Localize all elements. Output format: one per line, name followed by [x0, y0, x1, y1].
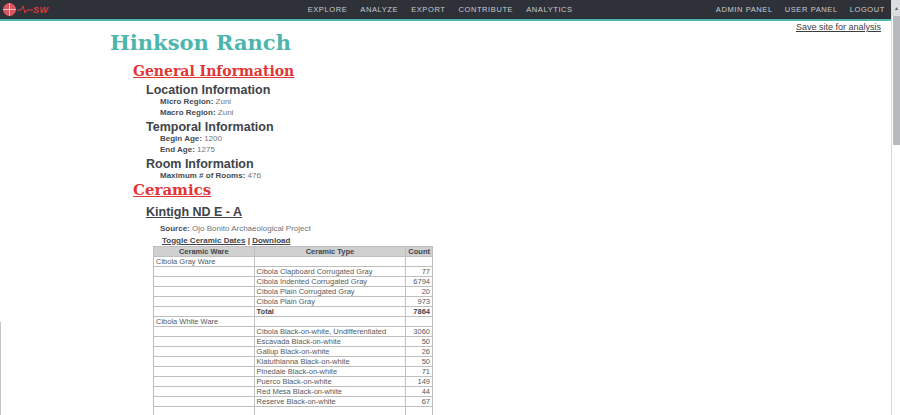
cell-ware	[154, 367, 255, 377]
table-header-row: Ceramic Ware Ceramic Type Count	[154, 247, 433, 257]
cell-ware: Cibola White Ware	[154, 317, 255, 327]
pottery-sherd-icon	[3, 3, 16, 16]
cell-count: 6794	[406, 277, 433, 287]
page: SW EXPLORE ANALYZE EXPORT CONTRIBUTE ANA…	[0, 0, 900, 415]
user-menu: ADMIN PANEL USER PANEL LOGOUT	[716, 5, 885, 14]
cell-count: 50	[406, 357, 433, 367]
cell-ware	[154, 307, 255, 317]
cell-type: Pinedale Black-on-white	[254, 367, 406, 377]
nav-item-logout[interactable]: LOGOUT	[850, 5, 885, 14]
table-row: Gallup Black-on-white26	[154, 347, 433, 357]
header-ceramic-type: Ceramic Type	[254, 247, 406, 257]
source-line: Source: Ojo Bonito Archaeological Projec…	[160, 224, 311, 233]
field-max-rooms: Maximum # of Rooms: 476	[160, 171, 261, 182]
cell-type: Kiatuthlanna Black-on-white	[254, 357, 406, 367]
cell-ware	[154, 407, 255, 415]
cell-count: 149	[406, 377, 433, 387]
cell-type	[254, 317, 406, 327]
cell-ware	[154, 357, 255, 367]
cell-count	[406, 407, 433, 415]
header-count: Count	[406, 247, 433, 257]
cell-count: 50	[406, 337, 433, 347]
logo-sw-text: SW	[33, 5, 49, 15]
cell-type: Red Mesa Black-on-white	[254, 387, 406, 397]
room-fields: Maximum # of Rooms: 476	[160, 171, 261, 182]
cell-ware	[154, 267, 255, 277]
cell-count: 44	[406, 387, 433, 397]
download-link[interactable]: Download	[252, 236, 290, 245]
cell-type	[254, 407, 406, 415]
cell-count: 20	[406, 287, 433, 297]
cell-type: Cibola Indented Corrugated Gray	[254, 277, 406, 287]
left-edge-artifact	[0, 322, 1, 415]
table-row: Kiatuthlanna Black-on-white50	[154, 357, 433, 367]
table-row: Cibola Clapboard Corrugated Gray77	[154, 267, 433, 277]
cell-count: 71	[406, 367, 433, 377]
cell-type: Puerco Black-on-white	[254, 377, 406, 387]
dataset-heading[interactable]: Kintigh ND E - A	[146, 205, 242, 219]
cell-type	[254, 257, 406, 267]
table-row: Escavada Black-on-white50	[154, 337, 433, 347]
ceramic-counts-table: Ceramic Ware Ceramic Type Count Cibola G…	[153, 246, 433, 415]
table-row: Reserve Black-on-white67	[154, 397, 433, 407]
cell-type: Gallup Black-on-white	[254, 347, 406, 357]
cybersw-logo[interactable]: SW	[3, 0, 49, 19]
table-row: Red Mesa Black-on-white44	[154, 387, 433, 397]
nav-item-user-panel[interactable]: USER PANEL	[785, 5, 838, 14]
cell-ware	[154, 397, 255, 407]
cell-count: 67	[406, 397, 433, 407]
vertical-scrollbar[interactable]: ▲	[891, 0, 900, 415]
cell-count: 973	[406, 297, 433, 307]
nav-item-analyze[interactable]: ANALYZE	[360, 5, 398, 14]
cell-count	[406, 257, 433, 267]
field-end-age: End Age: 1275	[160, 145, 222, 156]
cell-ware: Cibola Gray Ware	[154, 257, 255, 267]
cell-ware	[154, 387, 255, 397]
ceramic-table-body: Cibola Gray WareCibola Clapboard Corruga…	[154, 257, 433, 415]
table-row: Cibola Plain Gray973	[154, 297, 433, 307]
separator: |	[248, 236, 250, 245]
nav-item-explore[interactable]: EXPLORE	[308, 5, 348, 14]
table-row: Total7864	[154, 307, 433, 317]
nav-item-admin-panel[interactable]: ADMIN PANEL	[716, 5, 773, 14]
table-row	[154, 407, 433, 415]
cell-ware	[154, 377, 255, 387]
scrollbar-thumb[interactable]	[893, 16, 900, 145]
main-menu: EXPLORE ANALYZE EXPORT CONTRIBUTE ANALYT…	[308, 5, 573, 14]
ceramics-heading[interactable]: Ceramics	[133, 181, 211, 199]
nav-item-analytics[interactable]: ANALYTICS	[526, 5, 573, 14]
save-site-link[interactable]: Save site for analysis	[796, 22, 881, 32]
cell-ware	[154, 277, 255, 287]
cell-type: Reserve Black-on-white	[254, 397, 406, 407]
field-begin-age: Begin Age: 1200	[160, 134, 222, 145]
temporal-fields: Begin Age: 1200 End Age: 1275	[160, 134, 222, 155]
cell-type: Cibola Plain Gray	[254, 297, 406, 307]
nav-item-contribute[interactable]: CONTRIBUTE	[458, 5, 513, 14]
table-row: Cibola Gray Ware	[154, 257, 433, 267]
room-information-heading: Room Information	[146, 157, 254, 171]
cell-ware	[154, 347, 255, 357]
table-row: Cibola Plain Corrugated Gray20	[154, 287, 433, 297]
cell-ware	[154, 287, 255, 297]
nav-item-export[interactable]: EXPORT	[411, 5, 445, 14]
cell-count	[406, 317, 433, 327]
cell-type: Total	[254, 307, 406, 317]
table-row: Cibola White Ware	[154, 317, 433, 327]
location-information-heading: Location Information	[146, 83, 270, 97]
toggle-ceramic-dates-link[interactable]: Toggle Ceramic Dates	[162, 236, 245, 245]
location-fields: Micro Region: Zuni Macro Region: Zuni	[160, 97, 233, 118]
general-information-heading[interactable]: General Information	[133, 63, 294, 79]
temporal-information-heading: Temporal Information	[146, 120, 274, 134]
cell-count: 26	[406, 347, 433, 357]
cell-count: 7864	[406, 307, 433, 317]
header-ceramic-ware: Ceramic Ware	[154, 247, 255, 257]
cell-count: 77	[406, 267, 433, 277]
cell-count: 3060	[406, 327, 433, 337]
scroll-up-icon[interactable]: ▲	[892, 0, 900, 16]
table-row: Pinedale Black-on-white71	[154, 367, 433, 377]
pulse-line-icon	[17, 5, 33, 14]
page-title: Hinkson Ranch	[110, 30, 291, 55]
table-row: Cibola Black-on-white, Undifferentiated3…	[154, 327, 433, 337]
cell-type: Escavada Black-on-white	[254, 337, 406, 347]
table-row: Cibola Indented Corrugated Gray6794	[154, 277, 433, 287]
